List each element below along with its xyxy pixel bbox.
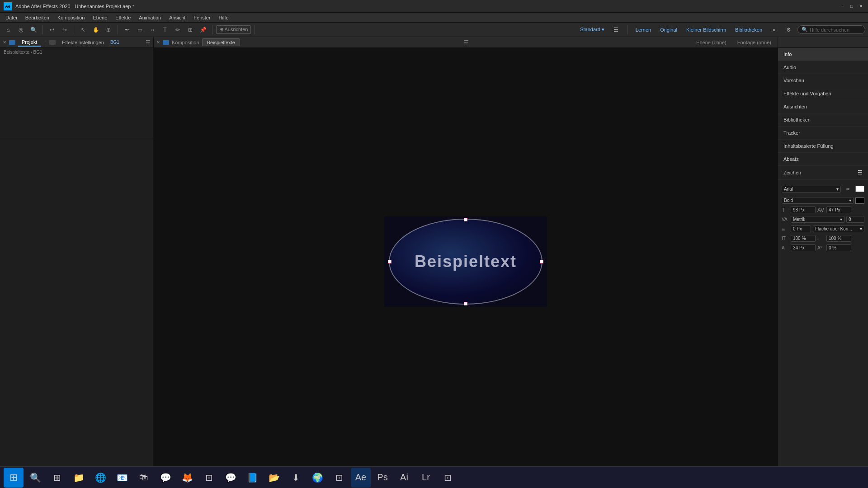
clone-tool[interactable]: ⊞ bbox=[185, 24, 196, 35]
center-panel: ✕ Komposition Beispieltexte ☰ Ebene (ohn… bbox=[154, 37, 778, 488]
handle-left[interactable] bbox=[388, 260, 392, 263]
scale-h-input[interactable] bbox=[791, 235, 816, 242]
taskbar-app8[interactable]: ⊡ bbox=[199, 468, 219, 488]
panel-item-info[interactable]: Info bbox=[778, 48, 868, 61]
baseline-pct-input[interactable] bbox=[826, 244, 851, 251]
maximize-button[interactable]: □ bbox=[848, 3, 855, 10]
handle-top[interactable] bbox=[464, 218, 467, 221]
zeichen-menu[interactable]: ☰ bbox=[858, 169, 863, 176]
panel-item-zeichen[interactable]: Zeichen ☰ bbox=[778, 166, 868, 180]
style-dropdown[interactable]: Bold ▾ bbox=[782, 197, 854, 204]
redo-button[interactable]: ↪ bbox=[59, 24, 70, 35]
menu-animation[interactable]: Animation bbox=[135, 14, 165, 21]
menu-datei[interactable]: Datei bbox=[2, 14, 21, 21]
taskbar-taskview[interactable]: ⊞ bbox=[47, 468, 67, 488]
align-button[interactable]: ⊞ Ausrichten bbox=[216, 25, 251, 34]
search-box[interactable]: 🔍 Hilfe durchsuchen bbox=[797, 25, 865, 34]
komposition-label: Komposition bbox=[172, 40, 199, 45]
workspace-more[interactable]: » bbox=[769, 24, 779, 35]
workspace-original[interactable]: Original bbox=[657, 26, 680, 33]
menu-fenster[interactable]: Fenster bbox=[190, 14, 214, 21]
title-text: Adobe After Effects 2020 - Unbenanntes P… bbox=[15, 4, 134, 9]
scale-v-input[interactable] bbox=[826, 235, 851, 242]
taskbar-facebook[interactable]: 📘 bbox=[242, 468, 262, 488]
taskbar-whatsapp[interactable]: 💬 bbox=[156, 468, 175, 488]
panel-item-ausrichten[interactable]: Ausrichten bbox=[778, 100, 868, 113]
panel-item-absatz[interactable]: Absatz bbox=[778, 153, 868, 166]
stroke-type-dropdown[interactable]: Fläche über Kon... ▾ bbox=[813, 225, 864, 232]
taskbar-messenger[interactable]: 💬 bbox=[221, 468, 241, 488]
panel-item-audio[interactable]: Audio bbox=[778, 61, 868, 74]
panel-item-inhaltsbasiert[interactable]: Inhaltsbasierte Füllung bbox=[778, 140, 868, 153]
pin-tool[interactable]: 📌 bbox=[198, 24, 208, 35]
font-dropdown[interactable]: Arial ▾ bbox=[782, 186, 841, 192]
minimize-button[interactable]: − bbox=[839, 3, 846, 10]
hand-tool[interactable]: ✋ bbox=[90, 24, 101, 35]
mask-tool[interactable]: ▭ bbox=[134, 24, 145, 35]
taskbar-files[interactable]: 📂 bbox=[264, 468, 284, 488]
undo-button[interactable]: ↩ bbox=[47, 24, 57, 35]
shape-tool[interactable]: ○ bbox=[147, 24, 158, 35]
tab-projekt[interactable]: Projekt bbox=[18, 38, 41, 47]
settings-icon[interactable]: ⚙ bbox=[783, 24, 794, 35]
menu-komposition[interactable]: Komposition bbox=[54, 14, 89, 21]
new-comp-button[interactable]: ◎ bbox=[15, 24, 26, 35]
menu-ansicht[interactable]: Ansicht bbox=[165, 14, 189, 21]
handle-right[interactable] bbox=[540, 260, 543, 263]
taskbar-edge[interactable]: 🌐 bbox=[90, 468, 110, 488]
kerning-input[interactable] bbox=[846, 216, 864, 223]
close-button[interactable]: ✕ bbox=[857, 3, 864, 10]
baseline-icon: A bbox=[782, 245, 789, 250]
taskbar-aftereffects[interactable]: Ae bbox=[351, 468, 371, 488]
close-project-icon[interactable]: ✕ bbox=[3, 40, 6, 45]
stroke-input[interactable] bbox=[791, 225, 811, 232]
workspace-bibliotheken[interactable]: Bibliotheken bbox=[732, 26, 765, 33]
taskbar-lightroom[interactable]: Lr bbox=[416, 468, 436, 488]
select-tool[interactable]: ↖ bbox=[78, 24, 89, 35]
stroke-color-swatch[interactable] bbox=[855, 197, 864, 204]
zoom-tool[interactable]: ⊕ bbox=[103, 24, 114, 35]
taskbar-illustrator[interactable]: Ai bbox=[394, 468, 414, 488]
tracking-input[interactable] bbox=[826, 206, 851, 213]
tab-effekteinstellungen[interactable]: Effekteinstellungen bbox=[58, 39, 108, 46]
taskbar-downloads[interactable]: ⬇ bbox=[286, 468, 306, 488]
panel-item-tracker[interactable]: Tracker bbox=[778, 127, 868, 140]
panel-item-vorschau[interactable]: Vorschau bbox=[778, 74, 868, 87]
taskbar-explorer[interactable]: 📁 bbox=[69, 468, 89, 488]
taskbar-world[interactable]: 🌍 bbox=[307, 468, 327, 488]
taskbar-search[interactable]: 🔍 bbox=[25, 468, 45, 488]
font-size-input[interactable] bbox=[791, 206, 816, 213]
kerning-dropdown[interactable]: Metrik ▾ bbox=[791, 216, 844, 223]
taskbar-store[interactable]: 🛍 bbox=[134, 468, 154, 488]
text-color-swatch[interactable] bbox=[855, 186, 864, 192]
taskbar-mail[interactable]: 📧 bbox=[112, 468, 132, 488]
menu-ebene[interactable]: Ebene bbox=[89, 14, 111, 21]
search-tool[interactable]: 🔍 bbox=[28, 24, 39, 35]
pen-tool[interactable]: ✒ bbox=[122, 24, 132, 35]
menu-effekte[interactable]: Effekte bbox=[112, 14, 134, 21]
comp-panel-menu[interactable]: ☰ bbox=[464, 39, 469, 46]
workspace-kleiner[interactable]: Kleiner Bildschirm bbox=[684, 26, 729, 33]
text-tool[interactable]: T bbox=[160, 24, 170, 35]
left-panel-menu[interactable]: ☰ bbox=[146, 39, 151, 46]
workspace-standard[interactable]: Standard ▾ bbox=[577, 26, 607, 33]
home-button[interactable]: ⌂ bbox=[3, 24, 14, 35]
start-button[interactable]: ⊞ bbox=[4, 468, 24, 488]
workspace-menu[interactable]: ☰ bbox=[611, 24, 622, 35]
menu-hilfe[interactable]: Hilfe bbox=[215, 14, 232, 21]
brush-tool[interactable]: ✏ bbox=[172, 24, 183, 35]
baseline-input[interactable] bbox=[791, 244, 816, 251]
panel-item-bibliotheken[interactable]: Bibliotheken bbox=[778, 113, 868, 127]
menu-bearbeiten[interactable]: Bearbeiten bbox=[22, 14, 53, 21]
panel-item-effekte[interactable]: Effekte und Vorgaben bbox=[778, 87, 868, 100]
handle-bottom[interactable] bbox=[464, 302, 467, 305]
taskbar-app20[interactable]: ⊡ bbox=[438, 468, 458, 488]
mask-ellipse: Beispieltext bbox=[389, 219, 542, 305]
taskbar-app15[interactable]: ⊡ bbox=[329, 468, 349, 488]
comp-tab-beispieltexte[interactable]: Beispieltexte bbox=[202, 38, 240, 46]
font-edit-icon[interactable]: ✏ bbox=[843, 183, 854, 194]
taskbar-firefox[interactable]: 🦊 bbox=[177, 468, 197, 488]
workspace-lernen[interactable]: Lernen bbox=[633, 26, 654, 33]
close-comp-icon[interactable]: ✕ bbox=[156, 40, 160, 45]
taskbar-photoshop[interactable]: Ps bbox=[373, 468, 392, 488]
